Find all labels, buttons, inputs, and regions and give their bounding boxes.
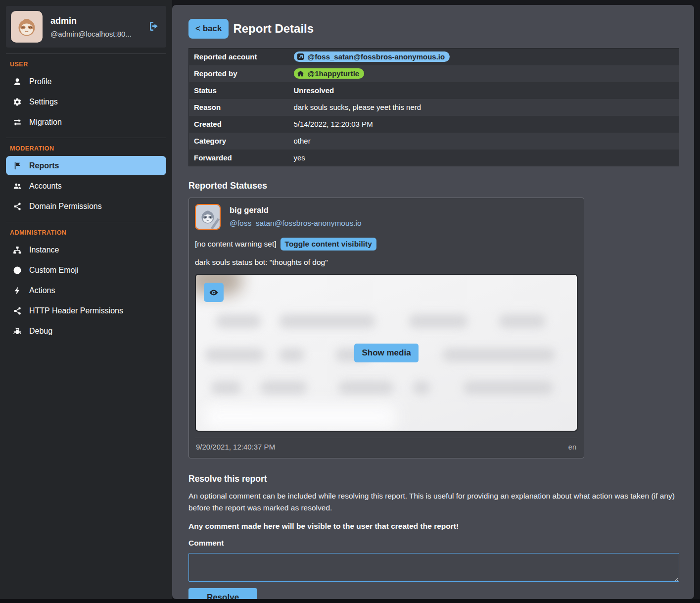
resolve-description: An optional comment can be included whil… bbox=[188, 490, 679, 514]
sidebar-item-instance[interactable]: Instance bbox=[6, 240, 166, 259]
reported-by-badge[interactable]: @1happyturtle bbox=[294, 68, 365, 79]
status-avatar bbox=[195, 204, 221, 230]
blur-blob bbox=[409, 314, 468, 328]
table-row: Status Unresolved bbox=[189, 82, 679, 99]
sidebar-item-label: Debug bbox=[29, 327, 52, 336]
blur-blob bbox=[499, 314, 546, 328]
page-title: Report Details bbox=[233, 22, 314, 36]
table-row: Created 5/14/2022, 12:20:03 PM bbox=[189, 116, 679, 133]
gears-icon bbox=[12, 97, 22, 106]
reported-status-card: big gerald @foss_satan@fossbros-anonymou… bbox=[188, 198, 584, 458]
blur-blob bbox=[279, 348, 305, 362]
title-row: < back Report Details bbox=[188, 19, 679, 39]
table-row: Reason dark souls sucks, please yeet thi… bbox=[189, 99, 679, 116]
comment-label: Comment bbox=[188, 539, 679, 548]
user-icon bbox=[12, 77, 22, 86]
app-root: admin @admin@localhost:80... USER Profil… bbox=[0, 0, 700, 599]
sidebar-item-debug[interactable]: Debug bbox=[6, 321, 166, 341]
content-warning-row: [no content warning set] Toggle content … bbox=[195, 238, 577, 251]
external-link-icon bbox=[297, 53, 304, 60]
sitemap-icon bbox=[12, 245, 22, 254]
sidebar-item-settings[interactable]: Settings bbox=[6, 92, 166, 111]
sidebar-item-label: Domain Permissions bbox=[29, 202, 102, 211]
sidebar-item-http-header-permissions[interactable]: HTTP Header Permissions bbox=[6, 301, 166, 320]
category-value: other bbox=[289, 133, 679, 150]
report-details-table: Reported account @foss_satan@fossbros-an… bbox=[188, 48, 679, 166]
share-nodes-icon bbox=[12, 306, 22, 315]
comment-input[interactable] bbox=[188, 553, 679, 582]
row-label: Reason bbox=[189, 99, 289, 116]
bolt-icon bbox=[12, 286, 22, 295]
row-label: Status bbox=[189, 82, 289, 99]
blur-blob bbox=[216, 314, 261, 328]
sidebar-item-reports[interactable]: Reports bbox=[6, 156, 166, 175]
forwarded-value: yes bbox=[289, 150, 679, 166]
status-timestamp: 9/20/2021, 12:40:37 PM bbox=[196, 443, 275, 451]
sidebar-item-label: Actions bbox=[29, 286, 55, 295]
reported-account-badge[interactable]: @foss_satan@fossbros-anonymous.io bbox=[294, 51, 450, 62]
reported-by-handle: @1happyturtle bbox=[308, 69, 360, 78]
resolve-warning: Any comment made here will be visible to… bbox=[188, 522, 679, 531]
admin-avatar bbox=[11, 11, 43, 43]
blur-blob bbox=[211, 381, 241, 395]
resolve-button[interactable]: Resolve bbox=[188, 588, 257, 599]
blur-blob bbox=[204, 404, 397, 429]
sidebar-section-user: USER bbox=[6, 59, 166, 71]
main-area: < back Report Details Reported account @… bbox=[172, 0, 700, 599]
row-label: Reported by bbox=[189, 65, 289, 82]
status-footer: 9/20/2021, 12:40:37 PM en bbox=[195, 438, 577, 454]
resolve-heading: Resolve this report bbox=[188, 474, 679, 484]
report-details-panel: < back Report Details Reported account @… bbox=[172, 5, 694, 599]
share-nodes-icon bbox=[12, 201, 22, 211]
logout-icon[interactable] bbox=[147, 20, 160, 33]
blur-blob bbox=[463, 381, 553, 395]
status-names: big gerald @foss_satan@fossbros-anonymou… bbox=[230, 204, 362, 228]
status-account-handle[interactable]: @foss_satan@fossbros-anonymous.io bbox=[230, 219, 362, 228]
flag-icon bbox=[12, 161, 22, 170]
blur-blob bbox=[413, 381, 430, 395]
sidebar-divider bbox=[6, 138, 166, 138]
sidebar-section-moderation: MODERATION bbox=[6, 143, 166, 155]
table-row: Reported account @foss_satan@fossbros-an… bbox=[189, 49, 679, 65]
profile-card: admin @admin@localhost:80... bbox=[6, 6, 166, 48]
created-value: 5/14/2022, 12:20:03 PM bbox=[289, 116, 679, 133]
sidebar-item-label: Accounts bbox=[29, 182, 62, 191]
reported-account-handle: @foss_satan@fossbros-anonymous.io bbox=[308, 52, 445, 61]
profile-handle: @admin@localhost:80... bbox=[50, 30, 140, 38]
toggle-content-visibility-button[interactable]: Toggle content visibility bbox=[280, 238, 376, 251]
profile-names: admin @admin@localhost:80... bbox=[50, 16, 140, 38]
sidebar-item-label: Instance bbox=[29, 246, 59, 254]
sidebar-item-migration[interactable]: Migration bbox=[6, 112, 166, 132]
table-row: Reported by @1happyturtle bbox=[189, 65, 679, 82]
row-label: Reported account bbox=[189, 49, 289, 65]
status-display-name: big gerald bbox=[230, 205, 362, 215]
sidebar-item-actions[interactable]: Actions bbox=[6, 281, 166, 300]
status-content: dark souls status bot: "thoughts of dog" bbox=[195, 258, 577, 267]
sidebar-divider bbox=[6, 222, 166, 222]
row-label: Created bbox=[189, 116, 289, 133]
show-media-button[interactable]: Show media bbox=[354, 344, 419, 362]
status-value: Unresolved bbox=[289, 82, 679, 99]
sidebar-item-custom-emoji[interactable]: Custom Emoji bbox=[6, 260, 166, 280]
sidebar-section-administration: ADMINISTRATION bbox=[6, 227, 166, 239]
sidebar-divider bbox=[6, 53, 166, 54]
blur-blob bbox=[279, 314, 375, 328]
eye-toggle-button[interactable] bbox=[204, 283, 224, 302]
table-row: Category other bbox=[189, 133, 679, 150]
eye-icon bbox=[209, 288, 219, 298]
row-label: Forwarded bbox=[189, 150, 289, 166]
sidebar-item-label: Profile bbox=[29, 77, 51, 86]
sidebar-item-profile[interactable]: Profile bbox=[6, 72, 166, 91]
status-language: en bbox=[568, 443, 576, 451]
blur-blob bbox=[338, 381, 394, 395]
sidebar-item-accounts[interactable]: Accounts bbox=[6, 176, 166, 196]
bug-icon bbox=[12, 326, 22, 336]
content-warning-text: [no content warning set] bbox=[195, 240, 277, 249]
profile-name: admin bbox=[50, 16, 140, 26]
smile-icon bbox=[12, 265, 22, 275]
status-media-blurred: Show media bbox=[195, 274, 578, 432]
sidebar-item-label: Settings bbox=[29, 98, 58, 106]
back-button[interactable]: < back bbox=[188, 19, 229, 39]
sidebar-item-domain-permissions[interactable]: Domain Permissions bbox=[6, 197, 166, 216]
table-row: Forwarded yes bbox=[189, 150, 679, 166]
